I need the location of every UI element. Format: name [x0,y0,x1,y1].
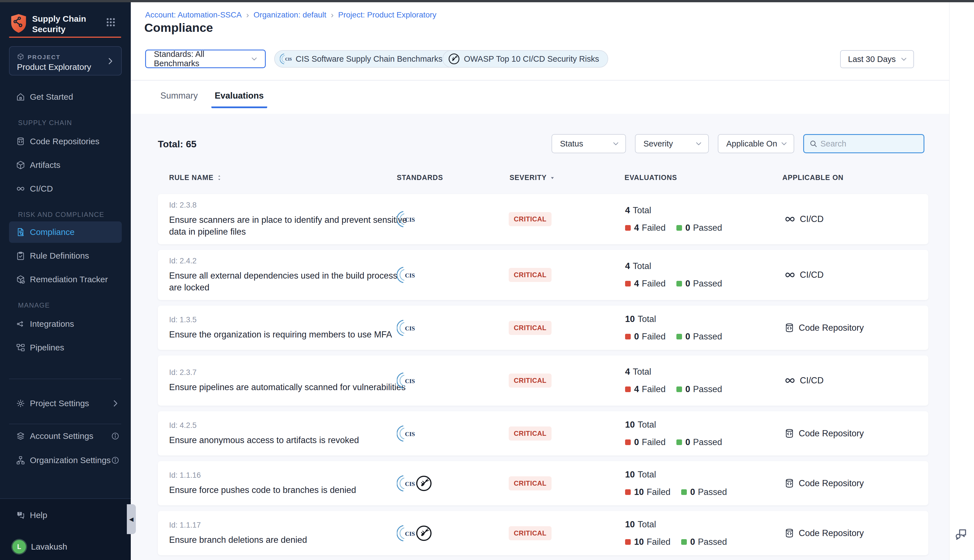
sidebar-item-code-repositories[interactable]: Code Repositories [0,130,131,153]
sidebar-item-ci-cd[interactable]: CI/CD [0,177,131,200]
sidebar-item-rule-definitions[interactable]: Rule Definitions [0,244,131,268]
applicable-on-cell: Code Repository [784,478,864,489]
applicable-on-cell: Code Repository [784,323,864,333]
sidebar-item-label: Organization Settings [30,455,111,465]
pipeline-icon [16,343,25,352]
severity-filter-dropdown[interactable]: Severity [635,134,709,153]
layers-icon [16,431,25,441]
failed-indicator [625,387,631,392]
sidebar-item-label: Compliance [30,227,74,237]
sidebar-item-pipelines[interactable]: Pipelines [0,336,131,360]
project-name: Product Exploratory [17,62,91,72]
table-row[interactable]: Id: 2.3.8 Ensure scanners are in place t… [158,194,928,244]
chevron-down-icon [695,140,702,148]
cis-logo-icon: CIS [397,372,415,390]
tabs: Summary Evaluations [157,80,267,108]
status-filter-dropdown[interactable]: Status [552,134,626,153]
sidebar-item-remediation-tracker[interactable]: Remediation Tracker [0,268,131,291]
standards-cell: CIS [397,319,415,337]
column-applicable-on: APPLICABLE ON [782,173,844,182]
page-title: Compliance [144,21,213,35]
cis-benchmark-chip[interactable]: CIS CIS Software Supply Chain Benchmarks… [274,50,465,68]
breadcrumb-organization-link[interactable]: Organization: default [254,10,326,20]
sidebar-item-project-settings[interactable]: Project Settings [0,392,131,415]
sidebar-item-label: CI/CD [30,184,53,193]
owasp-benchmark-chip[interactable]: OWASP Top 10 CI/CD Security Risks [442,50,608,68]
owasp-logo-icon [448,53,460,65]
evaluations-cell: 4Total 4Failed 0Passed [625,205,722,233]
sidebar-item-integrations[interactable]: Integrations [0,312,131,336]
rule-name: Ensure scanners are in place to identify… [169,214,409,238]
breadcrumb-separator: › [331,10,334,20]
sidebar-item-label: Account Settings [30,431,93,441]
applicable-on-label: Code Repository [799,478,864,488]
search-box[interactable] [803,134,924,153]
sort-icon[interactable] [216,174,223,181]
search-input[interactable] [821,139,919,148]
tab-summary[interactable]: Summary [157,80,201,108]
table-row[interactable]: Id: 1.3.5 Ensure the organization is req… [158,306,928,350]
standards-cell: CIS [397,266,415,284]
table-row[interactable]: Id: 1.1.17 Ensure branch deletions are d… [158,511,928,555]
support-chat-icon[interactable] [954,527,968,541]
standards-cell: CIS [397,474,432,492]
evaluations-cell: 4Total 4Failed 0Passed [625,261,722,289]
passed-indicator [676,225,682,231]
infinity-icon [784,213,796,225]
sidebar-item-account-settings[interactable]: Account Settings [0,424,131,448]
table-row[interactable]: Id: 1.1.16 Ensure force pushes code to b… [158,461,928,505]
applicable-on-filter-dropdown[interactable]: Applicable On [718,134,794,153]
table-row[interactable]: Id: 2.4.2 Ensure all external dependenci… [158,250,928,300]
standards-cell: CIS [397,372,415,390]
evaluations-panel: Total: 65 Status Severity Applicable On … [131,114,949,560]
project-selector[interactable]: PROJECT Product Exploratory [9,46,122,75]
box-fix-icon [16,275,25,284]
repo-icon [784,323,795,333]
info-icon [111,456,120,465]
column-severity: SEVERITY [510,173,547,182]
help-button[interactable]: ? Help [16,503,47,527]
column-standards: STANDARDS [397,173,443,182]
rule-name: Ensure pipelines are automatically scann… [169,382,405,393]
avatar: L [12,540,26,553]
breadcrumb-project-link[interactable]: Project: Product Exploratory [338,10,437,20]
rule-id: Id: 1.1.17 [169,520,307,529]
cis-logo-icon: CIS [397,319,415,337]
cis-logo-icon: CIS [397,425,415,443]
chevron-right-icon [106,57,114,65]
table-row[interactable]: Id: 2.3.7 Ensure pipelines are automatic… [158,355,928,406]
sidebar-item-compliance[interactable]: Compliance [9,222,122,243]
applicable-on-cell: CI/CD [784,375,824,387]
cis-logo-icon: CIS [397,474,415,492]
breadcrumb-separator: › [246,10,249,20]
sidebar-item-get-started[interactable]: Get Started [0,85,131,109]
sort-desc-icon[interactable] [549,174,556,181]
sidebar-collapse-handle[interactable]: ◀ [127,504,136,534]
breadcrumb-account-link[interactable]: Account: Automation-SSCA [145,10,242,20]
rule-id: Id: 1.1.16 [169,471,356,480]
tab-evaluations[interactable]: Evaluations [211,80,267,108]
applicable-on-label: CI/CD [800,214,824,224]
date-range-dropdown[interactable]: Last 30 Days [840,50,914,68]
app-switcher-grid-icon[interactable] [105,17,116,28]
sidebar-item-artifacts[interactable]: Artifacts [0,153,131,177]
filter-row: Status Severity Applicable On [552,134,924,153]
cis-logo-icon: CIS [397,266,415,284]
help-chat-icon: ? [16,510,25,520]
standards-dropdown[interactable]: Standards: All Benchmarks [145,50,266,68]
sidebar-item-label: Get Started [30,92,73,102]
chevron-down-icon [612,140,620,148]
table-header: RULE NAME STANDARDS SEVERITY EVALUATIONS… [158,173,928,184]
sidebar-item-organization-settings[interactable]: Organization Settings [0,448,131,472]
user-menu[interactable]: L Lavakush [12,535,67,558]
owasp-logo-icon [415,475,432,492]
sidebar-item-label: Pipelines [30,343,64,352]
table-row[interactable]: Id: 4.2.5 Ensure anonymous access to art… [158,411,928,455]
sidebar-divider [9,424,121,424]
nav-section-label: MANAGE [0,302,131,310]
applicable-on-label: CI/CD [800,375,824,386]
failed-indicator [625,225,631,231]
sidebar: Supply Chain Security PROJECT Product Ex… [0,2,131,560]
repo-icon [784,528,795,538]
window-top-strip [0,0,974,2]
